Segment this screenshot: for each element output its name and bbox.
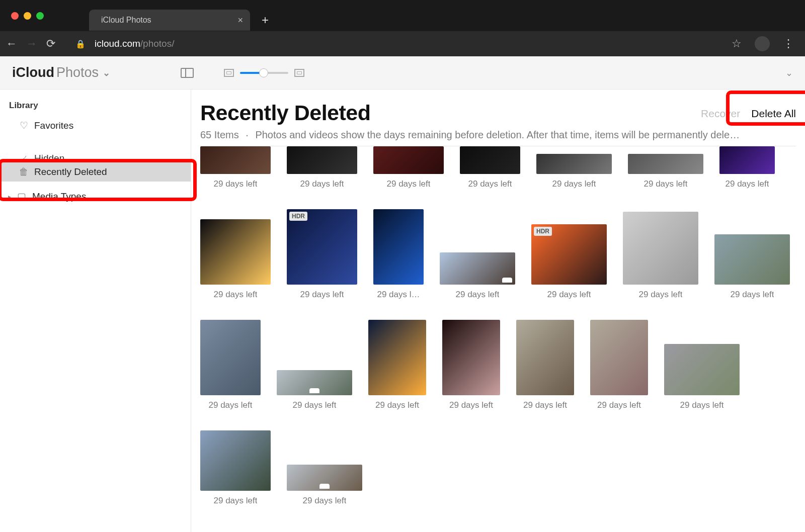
url-path: /photos/: [140, 38, 175, 49]
days-left-label: 29 days left: [214, 290, 258, 300]
photo-row: 29 days left29 days left29 days left29 d…: [200, 146, 796, 189]
close-window-button[interactable]: [11, 12, 19, 20]
photo-cell[interactable]: 29 days left: [460, 146, 520, 189]
url-text[interactable]: icloud.com/photos/: [95, 38, 174, 49]
reload-button[interactable]: ⟳: [46, 37, 55, 50]
days-left-label: 29 days left: [726, 179, 769, 189]
photo-thumbnail[interactable]: [287, 465, 362, 491]
days-left-label: 29 days left: [375, 400, 419, 410]
zoom-small-icon: [224, 69, 234, 77]
photo-thumbnail[interactable]: [719, 146, 775, 174]
photo-cell[interactable]: 29 days left: [623, 212, 698, 300]
sidebar-group-media-types[interactable]: ▸ ▢ Media Types: [0, 182, 191, 206]
photo-thumbnail[interactable]: [200, 219, 271, 285]
photo-cell[interactable]: 29 days l…: [373, 209, 424, 300]
photo-thumbnail[interactable]: [200, 430, 271, 491]
sidebar-toggle-icon[interactable]: [181, 68, 194, 78]
days-left-label: 29 days left: [523, 400, 567, 410]
photo-cell[interactable]: 29 days left: [664, 344, 740, 410]
photo-thumbnail[interactable]: [200, 320, 261, 395]
zoom-window-button[interactable]: [36, 12, 44, 20]
photo-cell[interactable]: 29 days left: [714, 234, 790, 300]
deletion-description: Photos and videos show the days remainin…: [255, 129, 740, 140]
profile-avatar[interactable]: [755, 36, 770, 51]
browser-menu-icon[interactable]: ⋮: [783, 37, 795, 50]
photo-cell[interactable]: 29 days left: [719, 146, 775, 189]
photo-thumbnail[interactable]: [516, 320, 574, 395]
days-left-label: 29 days left: [597, 400, 641, 410]
app-section: Photos: [56, 65, 99, 80]
sidebar-item-hidden[interactable]: ⟋ Hidden: [0, 154, 191, 162]
photo-cell[interactable]: 29 days left: [590, 320, 648, 410]
photo-cell[interactable]: 29 days left: [373, 146, 444, 189]
photo-thumbnail[interactable]: HDR: [287, 209, 357, 285]
photo-cell[interactable]: 29 days left: [287, 146, 357, 189]
photo-thumbnail[interactable]: [287, 146, 357, 174]
photo-cell[interactable]: 29 days left: [516, 320, 574, 410]
days-left-label: 29 days left: [300, 179, 344, 189]
zoom-thumb[interactable]: [259, 68, 268, 77]
photo-thumbnail[interactable]: [373, 146, 444, 174]
photo-cell[interactable]: 29 days left: [200, 219, 271, 300]
close-tab-icon[interactable]: ×: [237, 15, 243, 26]
photo-cell[interactable]: 29 days left: [628, 154, 703, 189]
disclosure-triangle-icon: ▸: [8, 193, 11, 200]
photo-thumbnail[interactable]: [714, 234, 790, 285]
days-left-label: 29 days left: [214, 496, 258, 506]
browser-tab[interactable]: iCloud Photos ×: [89, 10, 250, 31]
photo-cell[interactable]: 29 days left: [442, 320, 500, 410]
photo-cell[interactable]: 29 days left: [200, 320, 261, 410]
thumbnail-zoom-slider[interactable]: [224, 69, 304, 77]
app-title[interactable]: iCloud Photos ⌄: [12, 65, 110, 80]
photo-cell[interactable]: 29 days left: [277, 370, 352, 410]
days-left-label: 29 days left: [552, 179, 596, 189]
days-left-label: 29 days left: [214, 179, 258, 189]
photo-cell[interactable]: 29 days left: [536, 154, 612, 189]
photo-thumbnail[interactable]: [460, 146, 520, 174]
photo-thumbnail[interactable]: [536, 154, 612, 174]
days-left-label: 29 days left: [456, 290, 500, 300]
days-left-label: 29 days left: [387, 179, 431, 189]
minimize-window-button[interactable]: [24, 12, 31, 20]
sidebar-item-label: Favorites: [34, 120, 73, 131]
new-tab-button[interactable]: +: [257, 13, 273, 27]
bookmark-star-icon[interactable]: ☆: [732, 37, 742, 50]
photo-cell[interactable]: 29 days left: [287, 465, 362, 506]
photo-thumbnail[interactable]: [590, 320, 648, 395]
recover-button[interactable]: Recover: [701, 108, 740, 120]
photo-thumbnail[interactable]: [277, 370, 352, 395]
content-area: Recently Deleted Recover Delete All 65 I…: [191, 90, 805, 532]
photo-thumbnail[interactable]: [200, 146, 271, 174]
photo-cell[interactable]: 29 days left: [368, 320, 426, 410]
zoom-track[interactable]: [240, 72, 288, 74]
delete-all-button[interactable]: Delete All: [751, 108, 796, 120]
photo-cell[interactable]: HDR29 days left: [531, 224, 607, 300]
hdr-badge: HDR: [289, 212, 307, 221]
photo-thumbnail[interactable]: [368, 320, 426, 395]
photo-thumbnail[interactable]: [628, 154, 703, 174]
days-left-label: 29 days l…: [377, 290, 420, 300]
photo-thumbnail[interactable]: [664, 344, 740, 395]
photo-cell[interactable]: 29 days left: [200, 430, 271, 506]
photo-row: 29 days left29 days left: [200, 430, 796, 506]
photo-grid: 29 days left29 days left29 days left29 d…: [200, 146, 796, 506]
lock-icon[interactable]: 🔒: [75, 39, 86, 49]
heart-icon: ♡: [18, 120, 29, 131]
header-chevron-down-icon[interactable]: ⌄: [785, 67, 793, 78]
content-actions: Recover Delete All: [701, 108, 796, 120]
photo-cell[interactable]: 29 days left: [440, 252, 515, 300]
back-button[interactable]: ←: [6, 37, 17, 50]
sidebar-item-recently-deleted[interactable]: 🗑 Recently Deleted: [0, 162, 191, 182]
photo-cell[interactable]: HDR29 days left: [287, 209, 357, 300]
photo-cell[interactable]: 29 days left: [200, 146, 271, 189]
days-left-label: 29 days left: [468, 179, 512, 189]
photo-thumbnail[interactable]: [442, 320, 500, 395]
days-left-label: 29 days left: [731, 290, 774, 300]
app-brand: iCloud: [12, 65, 54, 80]
sidebar-item-favorites[interactable]: ♡ Favorites: [0, 116, 191, 135]
forward-button[interactable]: →: [26, 37, 37, 50]
photo-thumbnail[interactable]: HDR: [531, 224, 607, 285]
photo-thumbnail[interactable]: [373, 209, 424, 285]
photo-thumbnail[interactable]: [440, 252, 515, 285]
photo-thumbnail[interactable]: [623, 212, 698, 285]
